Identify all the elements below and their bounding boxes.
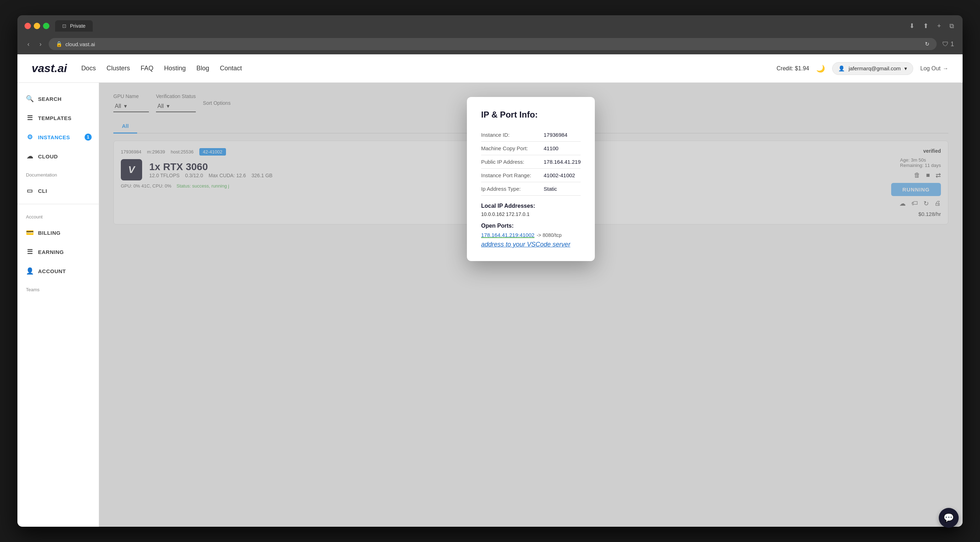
nav-docs[interactable]: Docs [81,65,96,72]
nav-faq[interactable]: FAQ [141,65,153,72]
forward-button[interactable]: › [37,39,45,49]
browser-window: ⊡ Private ⬇ ⬆ + ⧉ ‹ › 🔒 cloud.vast.ai ↻ … [18,15,963,527]
local-ips-value: 10.0.0.162 172.17.0.1 [481,211,581,217]
chevron-down-icon: ▾ [904,65,907,72]
tab-label: Private [70,23,86,29]
label-ip-type: Ip Address Type: [481,186,538,192]
port-arrow: -> 8080/tcp [536,232,562,238]
sidebar-item-templates[interactable]: ☰ TEMPLATES [18,109,99,127]
vscode-link[interactable]: address to your VSCode server [481,241,581,248]
back-button[interactable]: ‹ [24,39,32,49]
nav-contact[interactable]: Contact [220,65,242,72]
instances-icon: ⚙ [26,133,34,141]
main-content: GPU Name All ▾ Verification Status All ▾ [99,83,963,527]
nav-hosting[interactable]: Hosting [164,65,186,72]
logout-icon: → [943,65,948,72]
user-avatar-icon: 👤 [838,65,845,72]
maximize-traffic-light[interactable] [43,23,49,29]
browser-tab[interactable]: ⊡ Private [55,20,93,32]
url-text: cloud.vast.ai [65,41,95,47]
value-public-ip: 178.164.41.219 [544,159,581,165]
account-section-label: Account [18,208,99,223]
lock-icon: 🔒 [56,41,62,47]
navbar: vast.ai Docs Clusters FAQ Hosting Blog C… [18,54,963,83]
account-icon: 👤 [26,267,34,275]
billing-icon: 💳 [26,229,34,237]
modal-overlay[interactable]: IP & Port Info: Instance ID: 17936984 Ma… [99,83,963,527]
sidebar-item-account[interactable]: 👤 ACCOUNT [18,262,99,280]
value-port-range: 41002-41002 [544,172,575,178]
logout-label: Log Out [920,65,940,72]
field-public-ip: Public IP Address: 178.164.41.219 [481,155,581,169]
sidebar-item-earning[interactable]: ☰ EARNING [18,243,99,261]
sidebar: 🔍 SEARCH ☰ TEMPLATES ⚙ INSTANCES 1 ☁ CLO… [18,83,99,527]
reload-icon[interactable]: ↻ [925,41,929,47]
user-email: jafermarq@gmail.com [848,65,901,72]
sidebar-label-cli: CLI [38,188,47,194]
label-port-range: Instance Port Range: [481,172,538,178]
logo: vast.ai [32,62,67,75]
sidebar-label-templates: TEMPLATES [38,115,72,121]
sidebar-label-account: ACCOUNT [38,268,66,274]
sidebar-label-search: SEARCH [38,96,62,102]
minimize-traffic-light[interactable] [34,23,40,29]
instances-badge: 1 [84,134,92,141]
label-public-ip: Public IP Address: [481,159,538,165]
teams-section-label: Teams [18,281,99,295]
cloud-icon: ☁ [26,153,34,160]
theme-toggle-button[interactable]: 🌙 [816,64,825,73]
share-icon[interactable]: ⬆ [922,21,930,31]
user-menu-button[interactable]: 👤 jafermarq@gmail.com ▾ [832,62,913,75]
browser-chrome: ⊡ Private ⬇ ⬆ + ⧉ ‹ › 🔒 cloud.vast.ai ↻ … [18,15,963,54]
address-bar[interactable]: 🔒 cloud.vast.ai ↻ [49,38,937,50]
tab-icon: ⊡ [62,23,67,29]
value-machine-copy-port: 41100 [544,145,558,151]
sidebar-label-instances: INSTANCES [38,134,70,140]
app-container: vast.ai Docs Clusters FAQ Hosting Blog C… [18,54,963,527]
logout-button[interactable]: Log Out → [920,65,948,72]
content-area: 🔍 SEARCH ☰ TEMPLATES ⚙ INSTANCES 1 ☁ CLO… [18,83,963,527]
nav-links: Docs Clusters FAQ Hosting Blog Contact [81,65,242,72]
new-tab-icon[interactable]: + [935,21,942,31]
port-link[interactable]: 178.164.41.219:41002 [481,232,535,238]
download-icon[interactable]: ⬇ [908,21,916,31]
traffic-lights [24,23,49,29]
field-ip-type: Ip Address Type: Static [481,182,581,196]
sidebar-label-cloud: CLOUD [38,153,58,159]
modal-title: IP & Port Info: [481,110,581,120]
sidebar-item-cli[interactable]: ▭ CLI [18,182,99,200]
navbar-left: vast.ai Docs Clusters FAQ Hosting Blog C… [32,62,242,75]
sidebar-item-search[interactable]: 🔍 SEARCH [18,90,99,108]
field-machine-copy-port: Machine Copy Port: 41100 [481,142,581,155]
value-ip-type: Static [544,186,557,192]
cli-icon: ▭ [26,187,34,195]
label-instance-id: Instance ID: [481,132,538,138]
local-ips-title: Local IP Addresses: [481,203,581,209]
address-bar-right: 🛡 1 [941,39,956,49]
tab-bar: ⊡ Private [55,20,93,32]
open-port-line: 178.164.41.219:41002 -> 8080/tcp [481,232,581,238]
sidebar-item-cloud[interactable]: ☁ CLOUD [18,148,99,165]
open-ports-title: Open Ports: [481,223,581,229]
label-machine-copy-port: Machine Copy Port: [481,145,538,151]
sidebar-divider [18,204,99,204]
close-traffic-light[interactable] [24,23,31,29]
ip-port-modal: IP & Port Info: Instance ID: 17936984 Ma… [467,97,595,261]
nav-clusters[interactable]: Clusters [107,65,130,72]
doc-section-label: Documentation [18,167,99,180]
address-bar-row: ‹ › 🔒 cloud.vast.ai ↻ 🛡 1 [24,35,956,54]
value-instance-id: 17936984 [544,132,568,138]
sidebar-label-earning: EARNING [38,249,64,255]
tabs-overview-icon[interactable]: ⧉ [948,21,956,31]
chat-button[interactable]: 💬 [939,508,959,528]
templates-icon: ☰ [26,114,34,122]
sidebar-item-billing[interactable]: 💳 BILLING [18,224,99,242]
credit-badge: Credit: $1.94 [777,65,810,72]
field-instance-id: Instance ID: 17936984 [481,128,581,142]
field-port-range: Instance Port Range: 41002-41002 [481,169,581,182]
sidebar-item-instances[interactable]: ⚙ INSTANCES 1 [18,128,99,146]
earning-icon: ☰ [26,248,34,256]
shield-icon[interactable]: 🛡 1 [941,39,956,49]
nav-blog[interactable]: Blog [197,65,209,72]
navbar-right: Credit: $1.94 🌙 👤 jafermarq@gmail.com ▾ … [777,62,948,75]
